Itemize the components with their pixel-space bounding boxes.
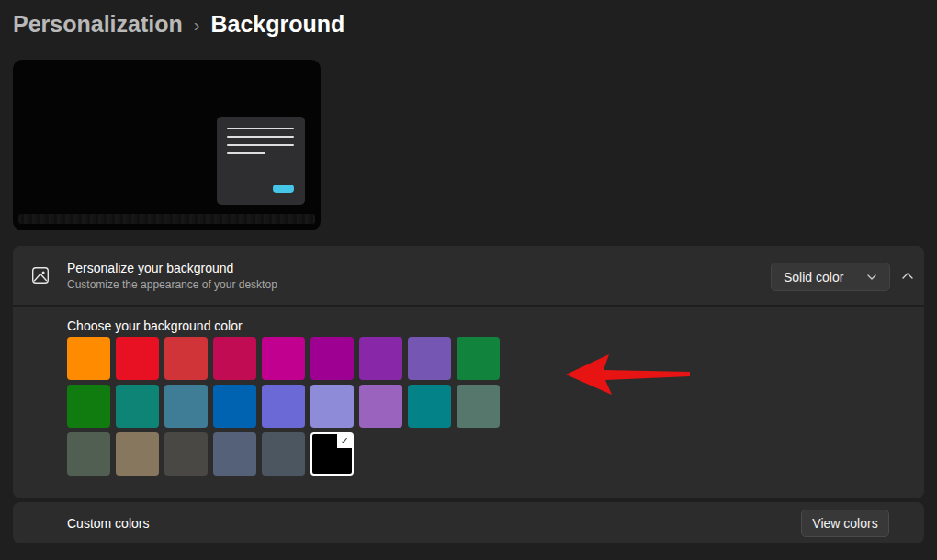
breadcrumb: Personalization › Background (13, 11, 344, 38)
personalize-title: Personalize your background (67, 261, 277, 275)
preview-accent-button (273, 185, 294, 193)
preview-text-line (227, 152, 265, 154)
personalize-background-expander[interactable]: Personalize your background Customize th… (13, 246, 924, 306)
chevron-up-icon[interactable] (899, 268, 916, 285)
preview-window (217, 117, 305, 205)
page-title: Background (210, 11, 344, 38)
color-swatch[interactable] (67, 385, 110, 428)
color-swatch-selected[interactable]: ✓ (310, 432, 354, 476)
preview-text-line (227, 136, 294, 138)
color-swatch[interactable] (164, 385, 208, 428)
color-grid: ✓ (67, 337, 500, 476)
color-swatch[interactable] (213, 432, 256, 476)
personalize-subtitle: Customize the appearance of your desktop (67, 278, 277, 291)
color-swatch[interactable] (116, 432, 159, 476)
color-swatch[interactable] (67, 337, 110, 380)
color-swatch[interactable] (408, 385, 451, 428)
color-swatch[interactable] (116, 385, 159, 428)
view-colors-button[interactable]: View colors (801, 510, 889, 537)
custom-colors-label: Custom colors (67, 516, 149, 531)
color-swatch[interactable] (457, 337, 500, 380)
color-swatch[interactable] (262, 385, 305, 428)
background-preview (13, 60, 321, 230)
color-swatch[interactable] (408, 337, 451, 380)
breadcrumb-separator-icon: › (194, 13, 200, 36)
expander-text: Personalize your background Customize th… (67, 261, 277, 291)
color-swatch[interactable] (359, 385, 402, 428)
color-swatch[interactable] (310, 337, 354, 380)
check-icon: ✓ (337, 434, 352, 448)
preview-text-line (227, 128, 294, 129)
chevron-down-icon (866, 272, 877, 283)
color-swatch[interactable] (457, 385, 500, 428)
color-swatch[interactable] (67, 432, 110, 476)
color-swatch[interactable] (164, 432, 208, 476)
color-swatch[interactable] (164, 337, 208, 380)
color-swatch[interactable] (262, 337, 305, 380)
color-swatch[interactable] (359, 337, 402, 380)
background-color-section: Choose your background color ✓ (13, 307, 924, 498)
preview-text-line (227, 144, 294, 146)
preview-taskbar (18, 214, 315, 224)
color-swatch[interactable] (310, 385, 354, 428)
color-swatch[interactable] (116, 337, 159, 380)
settings-background-page: Personalization › Background Personalize… (0, 0, 937, 560)
choose-color-label: Choose your background color (67, 319, 243, 333)
background-type-dropdown[interactable]: Solid color (771, 263, 890, 291)
image-icon (31, 266, 50, 285)
custom-colors-row: Custom colors View colors (13, 502, 924, 543)
color-swatch[interactable] (213, 337, 256, 380)
breadcrumb-personalization[interactable]: Personalization (13, 11, 183, 38)
color-swatch[interactable] (213, 385, 256, 428)
dropdown-value: Solid color (784, 270, 843, 285)
color-swatch[interactable] (262, 432, 305, 476)
